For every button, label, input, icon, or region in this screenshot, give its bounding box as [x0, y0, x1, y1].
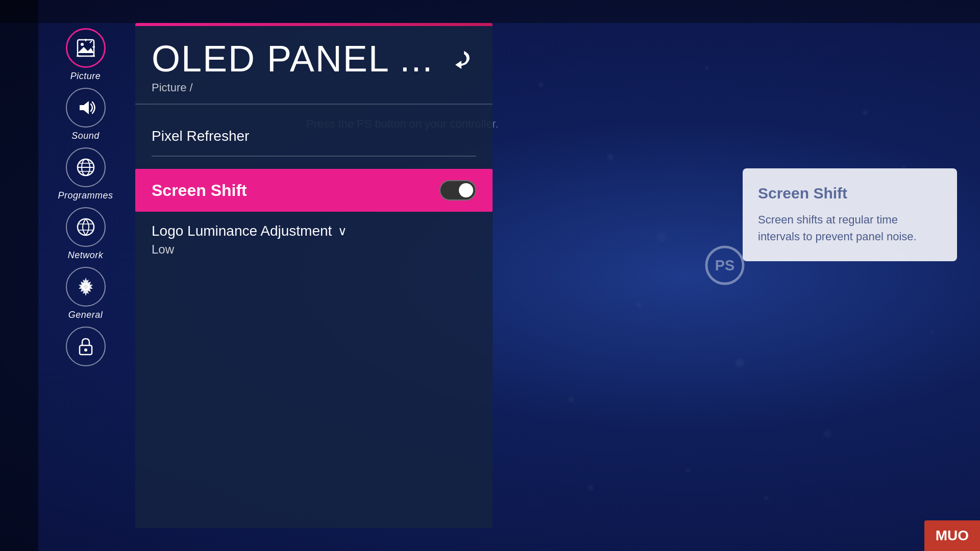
svg-point-3 [81, 43, 84, 46]
svg-text:PS: PS [715, 257, 734, 273]
sidebar-label-programmes: Programmes [58, 190, 113, 201]
general-icon-wrap [66, 267, 106, 307]
screen-shift-toggle[interactable] [439, 180, 476, 201]
breadcrumb: Picture / [135, 77, 493, 104]
menu-item-logo-luminance[interactable]: Logo Luminance Adjustment ∨ Low [152, 212, 476, 257]
network-icon [76, 217, 96, 237]
picture-icon-wrap [66, 28, 106, 68]
sidebar: Picture Sound Programmes [38, 23, 133, 528]
tooltip-title: Screen Shift [758, 185, 942, 202]
logo-luminance-value: Low [152, 242, 476, 257]
programmes-icon [76, 157, 96, 178]
chevron-down-icon: ∨ [338, 224, 347, 238]
sidebar-label-picture: Picture [70, 71, 101, 82]
screen-shift-label: Screen Shift [152, 181, 247, 200]
sidebar-item-sound[interactable]: Sound [66, 88, 106, 141]
svg-point-21 [84, 348, 87, 352]
menu-divider [152, 156, 476, 157]
back-arrow-icon [450, 47, 474, 70]
svg-line-8 [90, 41, 92, 43]
ps-logo-watermark: PS [704, 245, 745, 288]
logo-luminance-header: Logo Luminance Adjustment ∨ [152, 223, 476, 239]
muo-badge: MUO [924, 520, 980, 551]
sidebar-label-network: Network [68, 250, 104, 261]
sidebar-item-general[interactable]: General [66, 267, 106, 320]
picture-icon [76, 38, 96, 58]
top-edge-overlay [0, 0, 980, 23]
tooltip-card: Screen Shift Screen shifts at regular ti… [743, 168, 957, 261]
svg-marker-4 [78, 47, 94, 53]
lock-icon [76, 336, 96, 357]
general-icon [76, 277, 96, 297]
main-panel: OLED PANEL ... Picture / Pixel Refresher… [135, 23, 493, 528]
panel-divider [135, 104, 493, 105]
panel-content: Pixel Refresher Screen Shift Logo Lumina… [135, 117, 493, 257]
svg-rect-2 [78, 40, 94, 56]
pixel-refresher-label: Pixel Refresher [152, 128, 249, 144]
sidebar-item-network[interactable]: Network [66, 207, 106, 261]
sidebar-item-programmes[interactable]: Programmes [58, 147, 113, 201]
left-edge-overlay [0, 0, 38, 551]
menu-item-screen-shift[interactable]: Screen Shift [135, 169, 493, 212]
programmes-icon-wrap [66, 147, 106, 187]
menu-item-pixel-refresher[interactable]: Pixel Refresher [152, 117, 476, 156]
sidebar-item-picture[interactable]: Picture [66, 28, 106, 82]
panel-header: OLED PANEL ... [135, 26, 493, 77]
toggle-knob [459, 183, 473, 197]
logo-luminance-label: Logo Luminance Adjustment [152, 223, 332, 239]
network-icon-wrap [66, 207, 106, 247]
sidebar-item-lock[interactable] [66, 327, 106, 366]
sidebar-label-sound: Sound [71, 131, 100, 141]
sound-icon-wrap [66, 88, 106, 128]
back-button[interactable] [448, 44, 476, 73]
svg-marker-10 [80, 101, 89, 114]
tooltip-description: Screen shifts at regular time intervals … [758, 211, 942, 245]
lock-icon-wrap [66, 327, 106, 366]
panel-title: OLED PANEL ... [152, 40, 433, 77]
sound-icon [76, 97, 96, 118]
svg-point-16 [78, 219, 94, 235]
sidebar-label-general: General [68, 310, 103, 320]
